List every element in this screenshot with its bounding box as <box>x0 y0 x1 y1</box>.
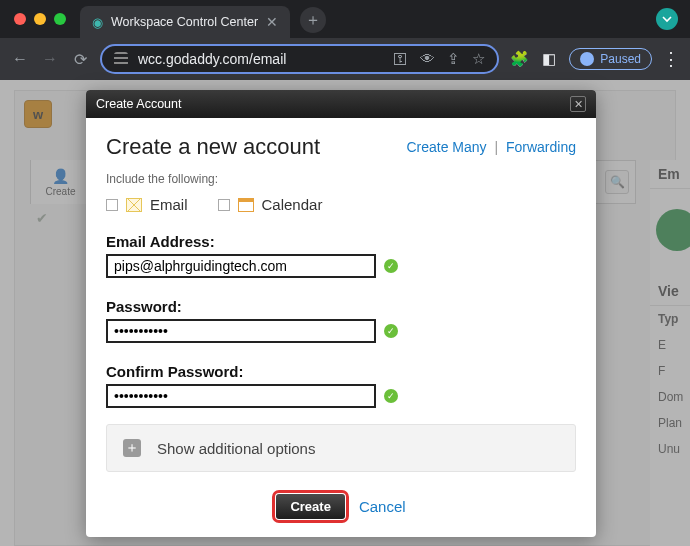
valid-check-icon: ✓ <box>384 389 398 403</box>
email-address-label: Email Address: <box>106 233 576 250</box>
eye-off-icon[interactable]: 👁 <box>420 50 435 68</box>
valid-check-icon: ✓ <box>384 259 398 273</box>
create-many-link[interactable]: Create Many <box>406 139 486 155</box>
window-close[interactable] <box>14 13 26 25</box>
password-label: Password: <box>106 298 576 315</box>
forwarding-link[interactable]: Forwarding <box>506 139 576 155</box>
profile-paused-chip[interactable]: Paused <box>569 48 652 70</box>
window-zoom[interactable] <box>54 13 66 25</box>
browser-menu-icon[interactable]: ⋮ <box>662 48 680 70</box>
create-button[interactable]: Create <box>276 494 344 519</box>
valid-check-icon: ✓ <box>384 324 398 338</box>
close-tab-icon[interactable]: ✕ <box>266 14 278 30</box>
modal-titlebar-text: Create Account <box>96 97 181 111</box>
key-icon[interactable]: ⚿ <box>393 50 408 68</box>
additional-options-label: Show additional options <box>157 440 315 457</box>
new-tab-button[interactable]: ＋ <box>300 7 326 33</box>
calendar-checkbox[interactable] <box>218 199 230 211</box>
nav-forward-icon[interactable]: → <box>40 50 60 68</box>
link-separator: | <box>490 139 502 155</box>
password-input[interactable] <box>106 319 376 343</box>
include-label: Include the following: <box>106 172 576 186</box>
browser-tab[interactable]: ◉ Workspace Control Center ✕ <box>80 6 290 38</box>
profile-badge[interactable] <box>656 8 678 30</box>
modal-heading: Create a new account <box>106 134 320 160</box>
paused-label: Paused <box>600 52 641 66</box>
email-checkbox[interactable] <box>106 199 118 211</box>
tab-title: Workspace Control Center <box>111 15 258 29</box>
calendar-icon <box>238 198 254 212</box>
confirm-password-input[interactable] <box>106 384 376 408</box>
mail-icon <box>126 198 142 212</box>
plus-icon: ＋ <box>123 439 141 457</box>
cancel-button[interactable]: Cancel <box>359 498 406 515</box>
confirm-password-label: Confirm Password: <box>106 363 576 380</box>
nav-reload-icon[interactable]: ⟳ <box>70 50 90 69</box>
share-icon[interactable]: ⇪ <box>447 50 460 68</box>
site-settings-icon[interactable] <box>114 52 128 66</box>
sidepanel-icon[interactable]: ◧ <box>539 50 559 68</box>
extensions-icon[interactable]: 🧩 <box>509 50 529 68</box>
show-additional-options[interactable]: ＋ Show additional options <box>106 424 576 472</box>
profile-avatar-icon <box>580 52 594 66</box>
url-text: wcc.godaddy.com/email <box>138 51 286 67</box>
window-minimize[interactable] <box>34 13 46 25</box>
create-account-modal: Create Account ✕ Create a new account Cr… <box>86 90 596 537</box>
feature-calendar-label: Calendar <box>262 196 323 213</box>
bookmark-icon[interactable]: ☆ <box>472 50 485 68</box>
nav-back-icon[interactable]: ← <box>10 50 30 68</box>
email-address-input[interactable] <box>106 254 376 278</box>
tab-favicon: ◉ <box>92 15 103 30</box>
feature-email-label: Email <box>150 196 188 213</box>
modal-close-icon[interactable]: ✕ <box>570 96 586 112</box>
address-bar[interactable]: wcc.godaddy.com/email ⚿ 👁 ⇪ ☆ <box>100 44 499 74</box>
